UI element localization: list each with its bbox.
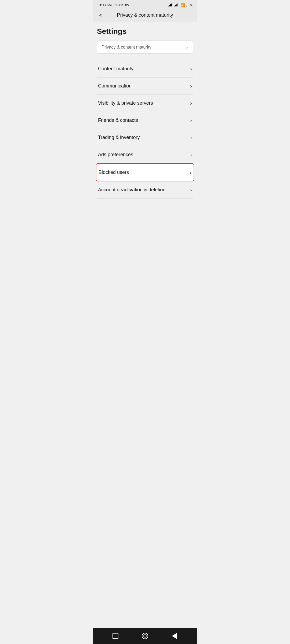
chevron-right-icon: › (190, 83, 192, 89)
status-icons: 📶 100 (168, 3, 193, 7)
battery-icon: 100 (186, 3, 193, 7)
dropdown-value: Privacy & content maturity (102, 45, 151, 50)
signal-icon-1 (168, 3, 172, 6)
chevron-right-icon: › (190, 100, 192, 106)
chevron-right-icon: › (190, 117, 192, 123)
chevron-right-icon: › (190, 66, 192, 72)
menu-item-content-maturity[interactable]: Content maturity › (97, 60, 193, 78)
bottom-nav-bar (93, 628, 197, 644)
settings-dropdown[interactable]: Privacy & content maturity ⌄ (97, 41, 193, 54)
circle-icon (142, 633, 148, 639)
chevron-down-icon: ⌄ (185, 45, 189, 50)
menu-item-label: Communication (98, 83, 132, 89)
menu-item-communication[interactable]: Communication › (97, 78, 193, 95)
settings-menu-list: Content maturity › Communication › Visib… (97, 60, 193, 199)
back-button[interactable]: < (97, 11, 105, 20)
page-title: Settings (97, 27, 193, 36)
nav-title: Privacy & content maturity (117, 12, 173, 18)
menu-item-account-deactivation-deletion[interactable]: Account deactivation & deletion › (97, 181, 193, 199)
menu-item-label: Trading & inventory (98, 135, 140, 140)
menu-item-ads-preferences[interactable]: Ads preferences › (97, 146, 193, 163)
chevron-right-icon: › (190, 152, 192, 158)
menu-item-label: Visibility & private servers (98, 100, 153, 106)
home-button[interactable] (141, 632, 149, 640)
menu-item-blocked-users[interactable]: Blocked users › (96, 163, 194, 181)
chevron-right-icon: › (190, 187, 192, 193)
menu-item-label: Blocked users (99, 170, 129, 175)
nav-bar: < Privacy & content maturity (93, 10, 197, 22)
status-time: 10:03 AM | 50.8KB/s (97, 3, 129, 7)
signal-icon-2 (174, 3, 178, 6)
wifi-icon: 📶 (180, 3, 185, 7)
triangle-icon (172, 633, 177, 639)
recent-apps-button[interactable] (111, 632, 120, 640)
menu-item-friends-contacts[interactable]: Friends & contacts › (97, 112, 193, 129)
menu-item-label: Ads preferences (98, 152, 133, 158)
chevron-right-icon: › (190, 134, 192, 141)
menu-item-label: Content maturity (98, 66, 133, 72)
back-nav-button[interactable] (170, 632, 179, 640)
menu-item-visibility-private-servers[interactable]: Visibility & private servers › (97, 95, 193, 112)
menu-item-trading-inventory[interactable]: Trading & inventory › (97, 129, 193, 146)
menu-item-label: Friends & contacts (98, 118, 138, 123)
square-icon (113, 633, 118, 639)
status-bar: 10:03 AM | 50.8KB/s 📶 100 (93, 0, 197, 10)
chevron-right-icon: › (190, 169, 191, 175)
main-content: Settings Privacy & content maturity ⌄ Co… (93, 22, 197, 628)
menu-item-label: Account deactivation & deletion (98, 187, 165, 193)
